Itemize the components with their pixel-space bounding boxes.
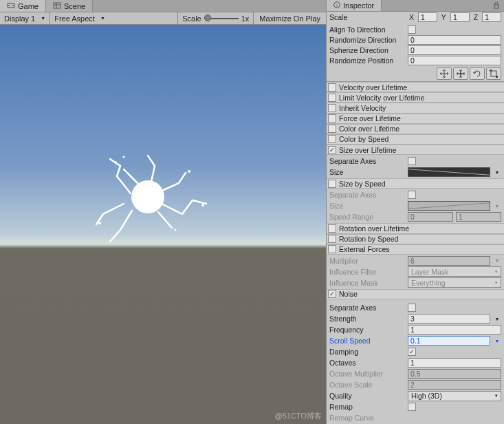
rand-dir-input[interactable]: 0 (408, 35, 501, 45)
scale-x-input[interactable]: 1 (418, 12, 437, 22)
module-force-lifetime[interactable]: Force over Lifetime (327, 114, 504, 124)
display-dropdown[interactable]: Display 1▼ (0, 12, 50, 24)
svg-rect-0 (7, 3, 15, 8)
scale-z-input[interactable]: 1 (482, 12, 501, 22)
svg-point-2 (12, 5, 14, 6)
left-tabs: Game Scene (0, 0, 326, 12)
damping-checkbox[interactable] (408, 348, 416, 356)
game-toolbar: Display 1▼ Free Aspect▼ Scale 1x Maximiz… (0, 12, 326, 25)
svg-rect-15 (494, 5, 498, 8)
svg-rect-3 (54, 3, 61, 8)
align-checkbox[interactable] (408, 25, 416, 34)
right-tabs: i Inspector (327, 0, 504, 12)
svg-rect-17 (490, 70, 492, 72)
strength-input[interactable]: 3 (408, 314, 490, 324)
rand-pos-input[interactable]: 0 (408, 56, 501, 65)
module-external-forces[interactable]: External Forces (327, 244, 504, 255)
spherize-direction-row: Spherize Direction 0 (327, 45, 504, 56)
module-color-speed[interactable]: Color by Speed (327, 134, 504, 145)
tab-inspector[interactable]: i Inspector (327, 0, 382, 11)
curve-dropdown-icon[interactable]: ▼ (493, 170, 501, 175)
randomize-position-row: Randomize Position 0 (327, 56, 504, 66)
randomize-direction-row: Randomize Direction 0 (327, 35, 504, 45)
tool-scale-icon[interactable] (486, 67, 501, 80)
shape-toolbar (327, 66, 504, 82)
module-color-lifetime[interactable]: Color over Lifetime (327, 124, 504, 134)
frequency-input[interactable]: 1 (408, 325, 501, 335)
tool-cross-icon[interactable] (453, 67, 468, 80)
module-size-lifetime[interactable]: Size over Lifetime (327, 145, 504, 155)
scale-slider[interactable]: Scale 1x (178, 12, 254, 24)
game-icon (7, 2, 15, 10)
scale-y-input[interactable]: 1 (450, 12, 470, 22)
tab-scene[interactable]: Scene (46, 0, 93, 12)
aspect-dropdown[interactable]: Free Aspect▼ (50, 12, 178, 24)
scale-row: Scale X1 Y1 Z1 (327, 12, 504, 22)
game-viewport: @51CTO博客 (0, 25, 326, 424)
tab-inspector-label: Inspector (343, 1, 374, 10)
module-noise[interactable]: Noise (327, 289, 504, 299)
tool-move-icon[interactable] (437, 67, 452, 80)
module-limit-velocity[interactable]: Limit Velocity over Lifetime (327, 92, 504, 103)
sep-axes-checkbox[interactable] (408, 157, 416, 165)
tool-rotate-icon[interactable] (470, 67, 485, 80)
module-rotation-speed[interactable]: Rotation by Speed (327, 234, 504, 244)
noise-sep-checkbox[interactable] (408, 304, 416, 312)
maximize-button[interactable]: Maximize On Play (254, 12, 326, 24)
size-curve[interactable] (408, 167, 490, 177)
tab-scene-label: Scene (64, 2, 85, 10)
module-inherit-velocity[interactable]: Inherit Velocity (327, 103, 504, 113)
octaves-input[interactable]: 1 (408, 358, 501, 368)
module-rotation-lifetime[interactable]: Rotation over Lifetime (327, 223, 504, 233)
scroll-speed-input[interactable]: 0.1 (408, 336, 490, 346)
module-size-speed[interactable]: Size by Speed (327, 178, 504, 189)
align-direction-row: Align To Direction (327, 25, 504, 35)
spher-dir-input[interactable]: 0 (408, 45, 501, 55)
chevron-down-icon: ▼ (100, 16, 105, 21)
tab-game-label: Game (18, 2, 39, 10)
svg-rect-16 (491, 71, 496, 76)
module-velocity-lifetime[interactable]: Velocity over Lifetime (327, 82, 504, 92)
remap-checkbox[interactable] (408, 403, 416, 411)
svg-rect-18 (496, 76, 498, 78)
scene-icon (53, 2, 61, 10)
size-speed-curve (408, 201, 490, 211)
svg-text:i: i (336, 3, 338, 8)
quality-dropdown[interactable]: High (3D)▾ (408, 391, 501, 401)
chevron-down-icon: ▼ (41, 16, 45, 21)
svg-point-1 (8, 5, 10, 6)
tab-game[interactable]: Game (0, 0, 46, 12)
lock-icon[interactable] (489, 0, 504, 11)
info-icon: i (333, 1, 340, 10)
